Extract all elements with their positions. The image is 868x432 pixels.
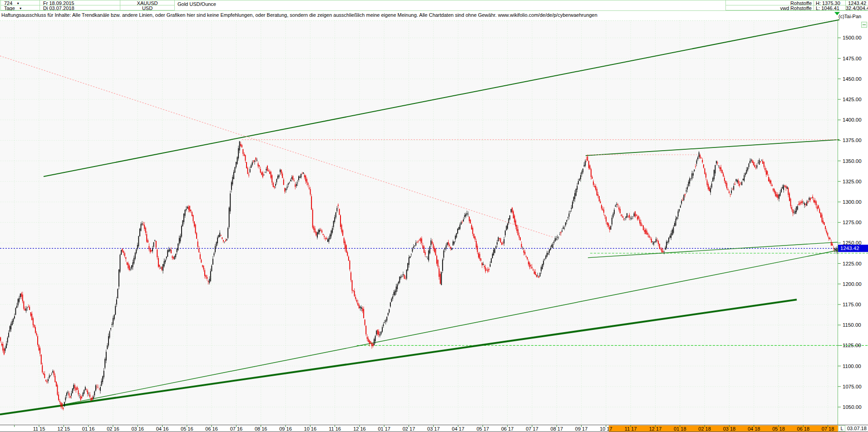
price-tick-label: 1150.00 bbox=[843, 322, 861, 328]
month-tick-label: 03 17 bbox=[427, 426, 440, 432]
month-tick-label: 03 18 bbox=[723, 426, 736, 432]
header-last-price: 1243.42 bbox=[846, 0, 868, 5]
timeframe-dropdown[interactable]: Tage▼ bbox=[0, 5, 40, 10]
price-tick-label: 1175.00 bbox=[843, 302, 861, 307]
price-axis: 1050.001075.001100.001125.001150.001175.… bbox=[838, 35, 868, 410]
month-tick-label: 01 16 bbox=[82, 426, 95, 432]
price-tick-label: 1475.00 bbox=[843, 56, 862, 61]
month-tick-label: 09 16 bbox=[279, 426, 292, 432]
period-low: L: 1046.41 bbox=[814, 5, 846, 10]
price-tick-label: 1400.00 bbox=[843, 117, 862, 123]
month-tick-label: 04 16 bbox=[156, 426, 169, 432]
price-tick-label: 1300.00 bbox=[843, 199, 862, 205]
month-tick-label: 02 17 bbox=[403, 426, 415, 432]
header-range: 32.4/304.4 bbox=[846, 5, 868, 10]
price-tick-label: 1050.00 bbox=[843, 404, 862, 410]
month-tick-label: 07 17 bbox=[526, 426, 538, 432]
price-tick-label: 1425.00 bbox=[843, 97, 862, 102]
month-tick-label: 10 16 bbox=[304, 426, 317, 432]
month-tick-label: 05 17 bbox=[477, 426, 489, 432]
month-tick-label: 04 18 bbox=[748, 426, 760, 432]
month-tick-label: 11 15 bbox=[33, 426, 45, 432]
bars-count-dropdown[interactable]: 724▼ bbox=[0, 0, 40, 5]
date-to-field[interactable]: Di 03.07.2018 bbox=[40, 5, 120, 10]
month-tick-label: 12 16 bbox=[353, 426, 366, 432]
month-tick-label: 02 18 bbox=[698, 426, 711, 432]
month-tick-label: 03 16 bbox=[131, 426, 144, 432]
price-tick-label: 1450.00 bbox=[843, 76, 862, 82]
symbol-cell: XAUUSD bbox=[120, 0, 175, 5]
month-tick-label: 06 18 bbox=[797, 426, 810, 432]
taipan-chart-window: { "header": { "left": { "bars_count": "7… bbox=[0, 0, 868, 432]
last-price-badge-text: 1243.42 bbox=[840, 245, 859, 251]
price-tick-label: 1100.00 bbox=[843, 363, 861, 369]
month-tick-label: 04 17 bbox=[452, 426, 464, 432]
bottom-l-cell: L bbox=[838, 425, 845, 432]
month-tick-label: 08 17 bbox=[551, 426, 563, 432]
price-chart-canvas[interactable]: 1050.001075.001100.001125.001150.001175.… bbox=[0, 10, 868, 432]
period-high: H: 1375.30 bbox=[814, 0, 846, 5]
group-name-line2: vwd Rohstoffe bbox=[725, 5, 814, 10]
chevron-down-icon: ▼ bbox=[16, 2, 20, 5]
month-tick-label: 06 17 bbox=[501, 426, 514, 432]
group-name-line1: Rohstoffe bbox=[725, 0, 814, 5]
collapse-icon bbox=[862, 22, 867, 28]
price-tick-label: 1225.00 bbox=[843, 261, 862, 266]
currency-cell: USD bbox=[120, 5, 175, 10]
month-tick-label: 06 16 bbox=[205, 426, 218, 432]
bottom-date-label: 03.07.18 bbox=[847, 426, 867, 431]
time-axis: 11 1512 1501 1602 1603 1604 1605 1606 16… bbox=[15, 425, 838, 432]
month-tick-label: 10 17 bbox=[600, 426, 612, 432]
month-tick-label: 08 16 bbox=[255, 426, 267, 432]
month-tick-label: 12 17 bbox=[649, 426, 662, 432]
month-tick-label: 01 17 bbox=[378, 426, 390, 432]
price-tick-label: 1275.00 bbox=[843, 220, 862, 225]
price-tick-label: 1350.00 bbox=[843, 158, 862, 164]
month-tick-label: 01 18 bbox=[674, 426, 686, 432]
month-tick-label: 11 16 bbox=[329, 426, 341, 432]
month-tick-label: 12 15 bbox=[58, 426, 70, 432]
price-tick-label: 1375.00 bbox=[843, 137, 862, 143]
month-tick-label: 11 17 bbox=[625, 426, 637, 432]
price-tick-label: 1075.00 bbox=[843, 384, 862, 389]
chevron-down-icon: ▼ bbox=[19, 7, 22, 10]
price-tick-label: 1125.00 bbox=[843, 343, 861, 348]
month-tick-label: 09 17 bbox=[575, 426, 588, 432]
month-tick-label: 02 16 bbox=[107, 426, 119, 432]
instrument-title: Gold USD/Ounce bbox=[178, 1, 216, 7]
disclaimer-text: Haftungsausschluss für Inhalte: Alle Tre… bbox=[1, 12, 597, 18]
month-tick-label: 07 16 bbox=[230, 426, 243, 432]
date-from-field[interactable]: Fr 18.09.2015 bbox=[40, 0, 120, 5]
price-tick-label: 1500.00 bbox=[843, 35, 862, 40]
month-tick-label: 05 16 bbox=[181, 426, 193, 432]
month-tick-label: 07 18 bbox=[822, 426, 834, 432]
price-tick-label: 1200.00 bbox=[843, 281, 862, 287]
copyright-label: (c)Tai-Pan bbox=[838, 14, 861, 19]
price-tick-label: 1325.00 bbox=[843, 179, 862, 184]
month-tick-label: 05 18 bbox=[772, 426, 785, 432]
